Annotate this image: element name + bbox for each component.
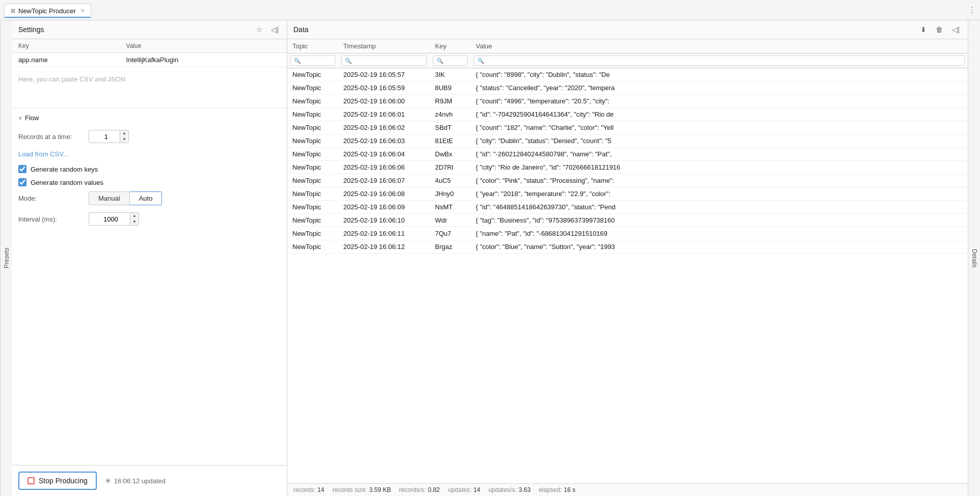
rps-stat-label: records/s:: [399, 486, 426, 493]
cell-value: { "city": "Dublin", "status": "Denied", …: [471, 134, 968, 148]
flow-header[interactable]: ∨ Flow: [18, 114, 281, 122]
cell-key: 81EtE: [430, 134, 471, 148]
settings-collapse-button[interactable]: ◁|: [269, 24, 281, 35]
records-up-button[interactable]: ▲: [120, 130, 128, 136]
cell-timestamp: 2025-02-19 16:06:02: [338, 121, 430, 134]
search-key-input[interactable]: [446, 57, 471, 64]
status-size: records size: 3.59 KB: [333, 486, 391, 493]
settings-panel: Settings ☆ ◁| Key Value app.name Intelli…: [12, 20, 287, 496]
more-options-button[interactable]: ⋮: [968, 5, 976, 15]
records-label: Records at a time:: [18, 133, 85, 141]
cell-timestamp: 2025-02-19 16:06:06: [338, 161, 430, 174]
settings-header-actions: ☆ ◁|: [254, 24, 281, 35]
interval-spinners: ▲ ▼: [130, 213, 139, 225]
paste-area[interactable]: Here, you can paste CSV and JSON: [12, 67, 287, 108]
interval-input[interactable]: [89, 213, 130, 225]
search-timestamp-input[interactable]: [354, 57, 395, 64]
cell-key: SBdT: [430, 121, 471, 134]
search-value-input[interactable]: [486, 57, 588, 64]
cell-key: R9JM: [430, 95, 471, 108]
cell-timestamp: 2025-02-19 16:06:01: [338, 108, 430, 121]
table-row[interactable]: NewTopic 2025-02-19 16:06:03 81EtE { "ci…: [287, 134, 968, 148]
cell-value: { "count": "4996", "temperature": "20.5"…: [471, 95, 968, 108]
mode-manual-button[interactable]: Manual: [89, 191, 130, 205]
col-header-topic: Topic: [287, 39, 338, 53]
cell-topic: NewTopic: [287, 227, 338, 240]
search-timestamp-cell: 🔍: [341, 56, 427, 66]
cell-key: Brgaz: [430, 240, 471, 254]
tab-label: NewTopic Producer: [18, 7, 76, 15]
tab-active-indicator: [5, 17, 91, 18]
mode-auto-button[interactable]: Auto: [130, 191, 162, 205]
stop-producing-button[interactable]: Stop Producing: [18, 472, 97, 490]
data-panel: Data ⬇ 🗑 ◁| Topic Timestamp Key Value: [287, 20, 968, 496]
ups-stat-label: updates/s:: [488, 486, 516, 493]
kv-table-row[interactable]: app.name IntellijKafkaPlugin: [12, 53, 287, 67]
table-row[interactable]: NewTopic 2025-02-19 16:05:59 8UB9 { "sta…: [287, 81, 968, 95]
tab-newtopic-producer[interactable]: ⊞ NewTopic Producer ×: [4, 4, 91, 18]
cell-timestamp: 2025-02-19 16:06:00: [338, 95, 430, 108]
tab-close-button[interactable]: ×: [81, 7, 85, 14]
settings-header: Settings ☆ ◁|: [12, 20, 287, 39]
settings-content: Key Value app.name IntellijKafkaPlugin H…: [12, 39, 287, 465]
search-topic-cell: 🔍: [290, 56, 335, 66]
kv-key-cell: app.name: [12, 53, 120, 67]
table-row[interactable]: NewTopic 2025-02-19 16:06:04 DwBx { "id"…: [287, 148, 968, 161]
cell-key: NsMT: [430, 201, 471, 214]
generate-values-checkbox[interactable]: [18, 178, 26, 186]
cell-timestamp: 2025-02-19 16:05:57: [338, 68, 430, 81]
records-input-wrap: ▲ ▼: [89, 130, 129, 143]
records-stat-value: 14: [317, 486, 324, 493]
data-table: Topic Timestamp Key Value 🔍: [287, 39, 968, 254]
table-row[interactable]: NewTopic 2025-02-19 16:06:07 4uC5 { "col…: [287, 174, 968, 187]
table-row[interactable]: NewTopic 2025-02-19 16:06:02 SBdT { "cou…: [287, 121, 968, 134]
cell-key: 4uC5: [430, 174, 471, 187]
records-spinners: ▲ ▼: [120, 130, 128, 143]
cell-key: 3IK: [430, 68, 471, 81]
search-topic-icon: 🔍: [294, 58, 301, 64]
search-topic-input[interactable]: [303, 57, 338, 64]
load-csv-link[interactable]: Load from CSV...: [18, 150, 281, 158]
data-collapse-button[interactable]: ◁|: [950, 24, 962, 35]
ups-stat-value: 3.63: [519, 486, 530, 493]
generate-keys-checkbox[interactable]: [18, 165, 26, 173]
table-row[interactable]: NewTopic 2025-02-19 16:06:10 Wdr { "tag"…: [287, 214, 968, 227]
col-header-timestamp: Timestamp: [338, 39, 430, 53]
cell-timestamp: 2025-02-19 16:06:11: [338, 227, 430, 240]
interval-input-wrap: ▲ ▼: [89, 212, 139, 226]
sidebar-details[interactable]: Details: [968, 20, 980, 496]
table-row[interactable]: NewTopic 2025-02-19 16:06:12 Brgaz { "co…: [287, 240, 968, 254]
presets-label: Presets: [3, 248, 10, 269]
table-row[interactable]: NewTopic 2025-02-19 16:06:08 JHny0 { "ye…: [287, 187, 968, 201]
topic-icon: ⊞: [11, 8, 15, 14]
interval-up-button[interactable]: ▲: [130, 213, 139, 219]
generate-keys-label: Generate random keys: [31, 166, 98, 173]
table-row[interactable]: NewTopic 2025-02-19 16:06:09 NsMT { "id"…: [287, 201, 968, 214]
cell-timestamp: 2025-02-19 16:06:03: [338, 134, 430, 148]
cell-value: { "tag": "Business", "id": "975389637399…: [471, 214, 968, 227]
sidebar-presets[interactable]: Presets: [0, 20, 12, 496]
cell-value: { "id": "4648851418642639730", "status":…: [471, 201, 968, 214]
table-row[interactable]: NewTopic 2025-02-19 16:06:00 R9JM { "cou…: [287, 95, 968, 108]
data-header: Data ⬇ 🗑 ◁|: [287, 20, 968, 39]
table-row[interactable]: NewTopic 2025-02-19 16:06:01 z4nvh { "id…: [287, 108, 968, 121]
table-row[interactable]: NewTopic 2025-02-19 16:06:11 7Qu7 { "nam…: [287, 227, 968, 240]
search-value-icon: 🔍: [477, 58, 484, 64]
data-delete-button[interactable]: 🗑: [934, 24, 945, 35]
interval-down-button[interactable]: ▼: [130, 219, 139, 225]
cell-key: z4nvh: [430, 108, 471, 121]
flow-label: Flow: [25, 114, 39, 122]
cell-timestamp: 2025-02-19 16:06:04: [338, 148, 430, 161]
cell-key: Wdr: [430, 214, 471, 227]
cell-key: JHny0: [430, 187, 471, 201]
table-row[interactable]: NewTopic 2025-02-19 16:06:06 2D7Rl { "ci…: [287, 161, 968, 174]
records-input[interactable]: [89, 131, 120, 143]
data-download-button[interactable]: ⬇: [918, 24, 929, 35]
status-text: ✳ 16:06:12 updated: [105, 477, 166, 485]
settings-star-button[interactable]: ☆: [254, 24, 265, 35]
generate-values-label: Generate random values: [31, 179, 103, 186]
data-table-wrap[interactable]: Topic Timestamp Key Value 🔍: [287, 39, 968, 483]
records-down-button[interactable]: ▼: [120, 136, 128, 143]
table-row[interactable]: NewTopic 2025-02-19 16:05:57 3IK { "coun…: [287, 68, 968, 81]
col-header-value: Value: [471, 39, 968, 53]
